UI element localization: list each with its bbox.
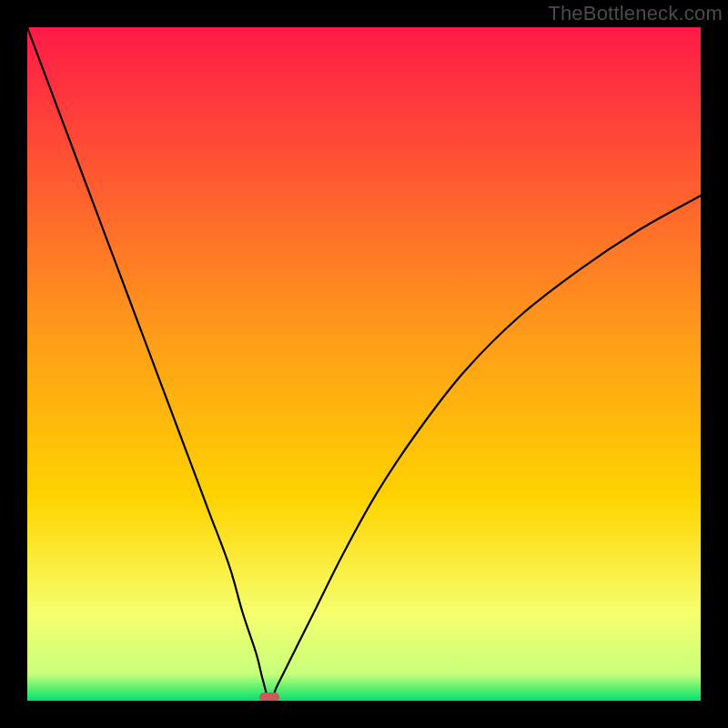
- attribution-text: TheBottleneck.com: [548, 2, 723, 25]
- chart-frame: TheBottleneck.com: [0, 0, 728, 728]
- optimum-marker: [259, 693, 279, 701]
- bottleneck-curve: [27, 27, 701, 701]
- plot-area: [27, 27, 701, 701]
